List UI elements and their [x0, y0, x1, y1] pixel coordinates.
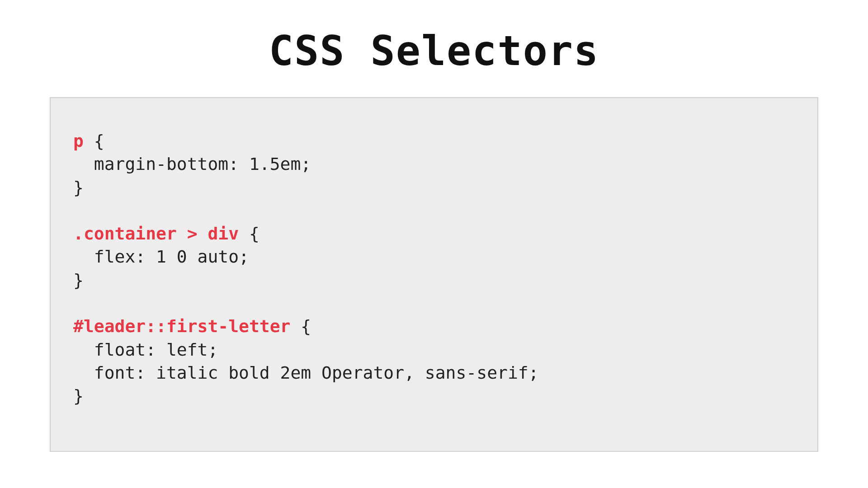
brace-open: {: [239, 224, 259, 244]
slide-title: CSS Selectors: [50, 27, 818, 75]
brace-close: }: [73, 270, 84, 290]
css-declaration: font: italic bold 2em Operator, sans-ser…: [94, 363, 539, 383]
css-selector: .container > div: [73, 224, 239, 244]
brace-close: }: [73, 386, 84, 406]
css-declaration: flex: 1 0 auto;: [94, 247, 249, 267]
css-declaration: margin-bottom: 1.5em;: [94, 154, 311, 174]
brace-close: }: [73, 178, 84, 197]
slide: CSS Selectors p { margin-bottom: 1.5em; …: [0, 0, 868, 488]
css-declaration: float: left;: [94, 340, 218, 360]
css-selector: p: [73, 131, 84, 151]
code-block: p { margin-bottom: 1.5em; } .container >…: [50, 97, 818, 452]
brace-open: {: [290, 316, 311, 336]
css-selector: #leader::first-letter: [73, 316, 290, 336]
brace-open: {: [84, 131, 104, 151]
